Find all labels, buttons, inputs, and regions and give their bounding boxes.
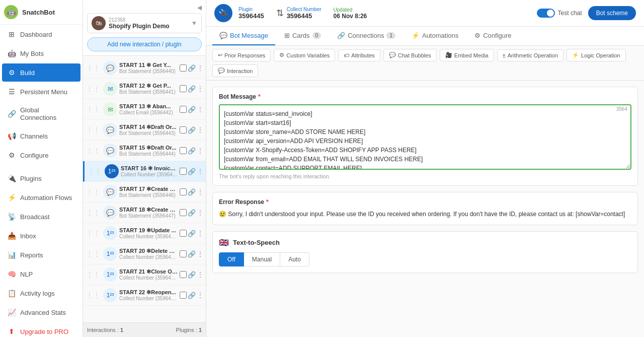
tab-connections[interactable]: 🔗 Connections 1 <box>330 27 403 45</box>
list-item[interactable]: ⋮⋮ 💬 START 18 ✻Create O... Bot Statement… <box>83 203 206 223</box>
link-icon[interactable]: 🔗 <box>188 250 196 258</box>
more-icon[interactable]: ⋮ <box>197 271 204 279</box>
more-icon[interactable]: ⋮ <box>197 209 204 217</box>
drag-handle[interactable]: ⋮⋮ <box>85 188 101 196</box>
sidebar-item-channels[interactable]: 📢 Channels <box>2 127 80 145</box>
list-item[interactable]: ⋮⋮ 💬 START 17 ✻Create O... Bot Statement… <box>83 182 206 203</box>
list-item[interactable]: ⋮⋮ 1²³ START 21 ✻Close Or... Collect Num… <box>83 264 206 285</box>
link-icon[interactable]: 🔗 <box>188 106 196 113</box>
more-icon[interactable]: ⋮ <box>197 229 204 237</box>
link-icon[interactable]: 🔗 <box>188 230 196 237</box>
list-item[interactable]: ⋮⋮ 1²³ START 20 ✻Delete O... Collect Num… <box>83 244 206 264</box>
drag-handle[interactable]: ⋮⋮ <box>85 271 101 279</box>
add-interaction-button[interactable]: Add new interaction / plugin <box>87 37 202 51</box>
tab-automations[interactable]: ⚡ Automations <box>405 27 465 45</box>
item-checkbox[interactable] <box>180 64 187 72</box>
chat-bubbles-button[interactable]: 💬 Chat Bubbles <box>383 49 437 61</box>
item-checkbox[interactable] <box>180 106 187 113</box>
tab-configure[interactable]: ⚙ Configure <box>467 27 518 45</box>
bot-selector[interactable]: 🛍 212368 Shopify Plugin Demo ▼ <box>87 13 202 33</box>
sidebar-item-upgrade[interactable]: ⬆ Upgrade to PRO <box>2 322 80 337</box>
more-icon[interactable]: ⋮ <box>197 167 204 175</box>
list-item[interactable]: ⋮⋮ ✉ START 13 ✻ Aban... Collect Email (3… <box>83 99 206 120</box>
embed-media-button[interactable]: 🎥 Embed Media <box>440 49 494 61</box>
sidebar-item-plugins[interactable]: 🔌 Plugins <box>2 169 80 187</box>
custom-variables-button[interactable]: ⚙ Custom Variables <box>274 49 335 61</box>
item-checkbox[interactable] <box>180 292 187 299</box>
item-checkbox[interactable] <box>180 85 187 92</box>
sidebar-item-build[interactable]: ⚙ Build <box>2 63 80 82</box>
tts-auto-button[interactable]: Auto <box>280 252 309 266</box>
link-icon[interactable]: 🔗 <box>188 188 196 196</box>
more-icon[interactable]: ⋮ <box>197 85 204 93</box>
item-checkbox[interactable] <box>180 126 187 133</box>
more-icon[interactable]: ⋮ <box>197 250 204 258</box>
more-icon[interactable]: ⋮ <box>197 126 204 134</box>
more-icon[interactable]: ⋮ <box>197 147 204 155</box>
more-icon[interactable]: ⋮ <box>197 188 204 196</box>
more-icon[interactable]: ⋮ <box>197 291 204 299</box>
link-icon[interactable]: 🔗 <box>188 271 196 279</box>
drag-handle[interactable]: ⋮⋮ <box>85 105 101 113</box>
tab-bot-message[interactable]: 💬 Bot Message <box>212 27 275 45</box>
sidebar-item-advanced-stats[interactable]: 📈 Advanced Stats <box>2 303 80 321</box>
sidebar-item-configure[interactable]: ⚙ Configure <box>2 146 80 164</box>
link-icon[interactable]: 🔗 <box>188 64 196 72</box>
link-icon[interactable]: 🔗 <box>188 85 196 93</box>
sidebar-item-reports[interactable]: 📊 Reports <box>2 246 80 264</box>
drag-handle[interactable]: ⋮⋮ <box>85 209 101 217</box>
sidebar-item-automation-flows[interactable]: ⚡ Automation Flows <box>2 188 80 207</box>
item-checkbox[interactable] <box>180 271 187 278</box>
bot-message-textarea[interactable]: [customVar status=send_invoice] [customV… <box>219 104 631 170</box>
link-icon[interactable]: 🔗 <box>188 292 196 299</box>
link-icon[interactable]: 🔗 <box>188 126 196 134</box>
drag-handle[interactable]: ⋮⋮ <box>85 64 101 72</box>
drag-handle[interactable]: ⋮⋮ <box>85 250 101 258</box>
item-checkbox[interactable] <box>180 230 187 237</box>
sidebar-item-nlp[interactable]: 🧠 NLP <box>2 265 80 283</box>
item-checkbox[interactable] <box>180 168 187 175</box>
drag-handle[interactable]: ⋮⋮ <box>85 291 101 299</box>
item-checkbox[interactable] <box>180 188 187 195</box>
sidebar-item-activity-logs[interactable]: 📋 Activity logs <box>2 284 80 302</box>
logic-operation-button[interactable]: ⚡ Logic Operation <box>567 49 626 61</box>
item-checkbox[interactable] <box>180 209 187 216</box>
sidebar-item-inbox[interactable]: 📥 Inbox <box>2 227 80 245</box>
more-icon[interactable]: ⋮ <box>197 64 204 72</box>
tts-off-button[interactable]: Off <box>219 252 244 266</box>
attributes-button[interactable]: 🏷 Attributes <box>338 49 380 61</box>
item-checkbox[interactable] <box>180 250 187 257</box>
list-item[interactable]: ⋮⋮ 1²³ START 22 ✻Reopen... Collect Numbe… <box>83 285 206 306</box>
drag-handle[interactable]: ⋮⋮ <box>85 126 101 134</box>
link-icon[interactable]: 🔗 <box>188 209 196 217</box>
drag-handle[interactable]: ⋮⋮ <box>85 85 101 93</box>
drag-handle[interactable]: ⋮⋮ <box>87 167 103 175</box>
sidebar-item-dashboard[interactable]: ⊞ Dashboard <box>2 25 80 43</box>
more-icon[interactable]: ⋮ <box>197 105 204 113</box>
tab-cards[interactable]: ⊞ Cards 0 <box>277 27 328 45</box>
tts-manual-button[interactable]: Manual <box>244 252 280 266</box>
list-item[interactable]: ⋮⋮ 1²³ START 16 ✻ Invoice ... Collect Nu… <box>83 161 206 182</box>
link-icon[interactable]: 🔗 <box>188 168 196 175</box>
test-chat-switch[interactable] <box>537 9 555 18</box>
drag-handle[interactable]: ⋮⋮ <box>85 147 101 155</box>
sidebar-item-my-bots[interactable]: 🤖 My Bots <box>2 44 80 62</box>
drag-handle[interactable]: ⋮⋮ <box>85 229 101 237</box>
list-item[interactable]: ⋮⋮ 1²³ START 19 ✻Update ... Collect Numb… <box>83 223 206 244</box>
link-icon[interactable]: 🔗 <box>188 147 196 155</box>
sidebar-item-broadcast[interactable]: 📡 Broadcast <box>2 208 80 226</box>
interaction-button[interactable]: 💬 Interaction <box>212 64 258 77</box>
list-item[interactable]: ⋮⋮ ✉ START 12 ✻ Get P... Bot Statement (… <box>83 79 206 99</box>
chevron-down-icon: ▼ <box>191 20 197 27</box>
item-actions: 🔗 ⋮ <box>180 147 204 155</box>
list-item[interactable]: ⋮⋮ 💬 START 14 ✻Draft Or... Bot Statement… <box>83 120 206 141</box>
collapse-icon[interactable]: ◀ <box>197 4 202 11</box>
item-checkbox[interactable] <box>180 147 187 154</box>
arithmetic-operation-button[interactable]: ± Arithmetic Operation <box>497 49 564 61</box>
prior-responses-button[interactable]: ↩ Prior Responses <box>212 49 271 61</box>
sidebar-item-persistent-menu[interactable]: ☰ Persistent Menu <box>2 83 80 101</box>
sidebar-item-global-connections[interactable]: 🔗 Global Connections <box>2 102 80 126</box>
bot-scheme-button[interactable]: Bot scheme <box>588 6 636 20</box>
list-item[interactable]: ⋮⋮ 💬 START 15 ✻Draft Or... Bot Statement… <box>83 141 206 161</box>
list-item[interactable]: ⋮⋮ 💬 START 11 ✻ Get Y... Bot Statement (… <box>83 58 206 79</box>
